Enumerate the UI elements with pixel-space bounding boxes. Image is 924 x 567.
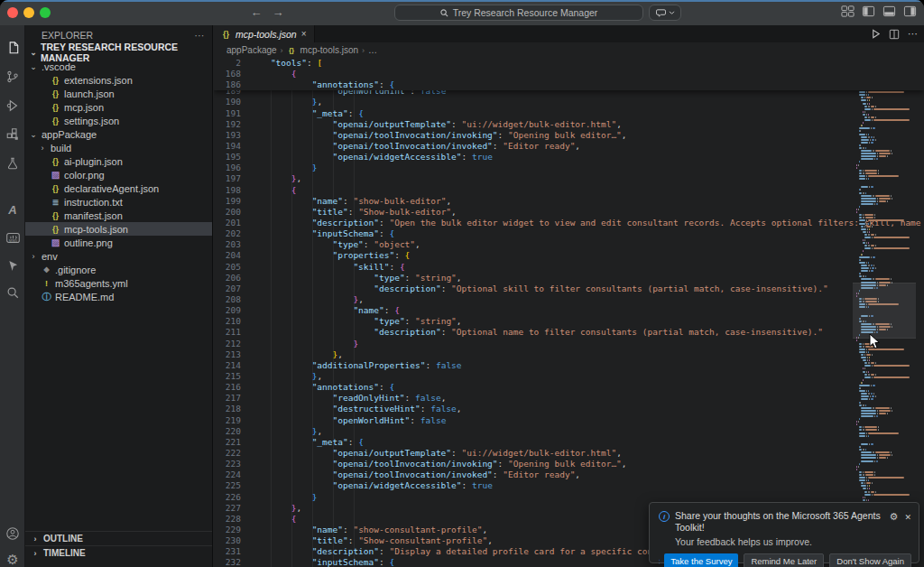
code-editor[interactable]: 189 "openWorldHint": false190 },191 "_me… — [214, 58, 924, 567]
code-line-211[interactable]: 211 "description": "Optional name to fil… — [214, 327, 924, 338]
tree-file-settings-json[interactable]: {}settings.json — [25, 114, 212, 127]
explorer-icon[interactable] — [0, 36, 25, 60]
outline-section-header[interactable]: › OUTLINE — [25, 531, 212, 545]
remind-later-button[interactable]: Remind Me Later — [744, 553, 824, 567]
tree-file-launch-json[interactable]: {}launch.json — [25, 87, 212, 100]
code-line-213[interactable]: 213 }, — [214, 349, 924, 360]
code-line-220[interactable]: 220 }, — [214, 426, 924, 437]
tree-file-m365agents-yml[interactable]: !m365agents.yml — [25, 276, 212, 290]
toggle-panel-icon[interactable] — [882, 5, 896, 18]
tree-file-ai-plugin-json[interactable]: {}ai-plugin.json — [25, 154, 212, 168]
code-line-212[interactable]: 212 } — [214, 339, 924, 349]
testing-icon[interactable] — [0, 152, 25, 175]
tree-file-color-png[interactable]: ▨color.png — [25, 168, 212, 181]
minimize-window-button[interactable] — [23, 7, 34, 18]
m365-agents-toolkit-icon[interactable]: M365 — [0, 226, 25, 249]
code-line-209[interactable]: 209 "name": { — [214, 305, 924, 316]
code-line-222[interactable]: 222 "openai/outputTemplate": "ui://widge… — [214, 448, 924, 459]
code-line-190[interactable]: 190 }, — [214, 97, 924, 107]
notification-close-icon[interactable]: ✕ — [904, 513, 911, 523]
teams-toolkit-icon[interactable] — [0, 254, 25, 277]
code-line-194[interactable]: 194 "openai/toolInvocation/invoked": "Ed… — [214, 141, 924, 152]
code-line-219[interactable]: 219 "openWorldHint": false — [214, 415, 924, 426]
run-file-icon[interactable] — [871, 29, 881, 39]
dont-show-again-button[interactable]: Don't Show Again — [829, 553, 911, 567]
run-debug-icon[interactable] — [0, 94, 25, 117]
code-line-200[interactable]: 200 "title": "Show-bulk-editor", — [214, 207, 924, 218]
code-line-225[interactable]: 225 "openai/widgetAccessible": true — [214, 480, 924, 491]
customize-layout-icon[interactable] — [841, 5, 855, 18]
workspace-root-folder[interactable]: ⌄ TREY RESEARCH RESOURCE MANAGER — [25, 45, 212, 60]
toggle-primary-sidebar-icon[interactable] — [862, 5, 875, 18]
code-line-207[interactable]: 207 "description": "Optional skill to fi… — [214, 284, 924, 294]
timeline-section-header[interactable]: › TIMELINE — [25, 545, 212, 560]
code-line-224[interactable]: 224 "openai/toolInvocation/invoked": "Ed… — [214, 469, 924, 480]
code-line-199[interactable]: 199 "name": "show-bulk-editor", — [214, 196, 924, 207]
code-line-218[interactable]: 218 "destructiveHint": false, — [214, 404, 924, 414]
split-editor-icon[interactable] — [889, 29, 900, 40]
settings-gear-icon[interactable]: ⚙ — [0, 548, 25, 567]
zoom-window-button[interactable] — [40, 7, 51, 18]
explorer-actions-icon[interactable]: ⋯ — [195, 30, 206, 41]
source-control-icon[interactable] — [0, 65, 25, 88]
azure-icon[interactable]: A — [0, 198, 25, 221]
code-line-198[interactable]: 198 { — [214, 185, 924, 196]
tree-folder-build[interactable]: ›build — [25, 141, 212, 154]
search-sidebar-icon[interactable] — [0, 281, 25, 304]
code-line-192[interactable]: 192 "openai/outputTemplate": "ui://widge… — [214, 119, 924, 130]
tree-folder-env[interactable]: ›env — [25, 249, 212, 263]
tree-file-instruction-txt[interactable]: ≣instruction.txt — [25, 195, 212, 209]
code-line-195[interactable]: 195 "openai/widgetAccessible": true — [214, 152, 924, 163]
code-line-193[interactable]: 193 "openai/toolInvocation/invoking": "O… — [214, 130, 924, 141]
toggle-secondary-sidebar-icon[interactable] — [903, 5, 917, 18]
close-window-button[interactable] — [7, 7, 18, 18]
notification-settings-gear-icon[interactable]: ⚙ — [890, 511, 899, 523]
minimap[interactable] — [853, 58, 916, 513]
tree-file--gitignore[interactable]: ◆.gitignore — [25, 263, 212, 276]
code-line-205[interactable]: 205 "skill": { — [214, 262, 924, 273]
code-line-202[interactable]: 202 "inputSchema": { — [214, 228, 924, 239]
accounts-icon[interactable] — [0, 522, 25, 545]
close-tab-icon[interactable]: × — [301, 29, 307, 39]
code-line-215[interactable]: 215 }, — [214, 371, 924, 382]
code-line-168[interactable]: 168 { — [214, 69, 924, 79]
code-line-201[interactable]: 201 "description": "Open the bulk editor… — [214, 218, 924, 228]
code-line-2[interactable]: 2 "tools": [ — [214, 58, 924, 69]
nav-forward-button[interactable]: → — [271, 5, 285, 19]
nav-back-button[interactable]: ← — [249, 5, 263, 19]
code-line-206[interactable]: 206 "type": "string", — [214, 273, 924, 284]
tree-folder-apppackage[interactable]: ⌄appPackage — [25, 127, 212, 141]
extensions-icon[interactable] — [0, 123, 25, 146]
code-line-204[interactable]: 204 "properties": { — [214, 250, 924, 261]
code-line-186[interactable]: 186 "annotations": { — [214, 79, 924, 90]
code-line-217[interactable]: 217 "readOnlyHint": false, — [214, 393, 924, 404]
tree-file-manifest-json[interactable]: {}manifest.json — [25, 209, 212, 222]
tree-file-extensions-json[interactable]: {}extensions.json — [25, 73, 212, 87]
take-survey-button[interactable]: Take the Survey — [664, 553, 738, 567]
code-line-197[interactable]: 197 }, — [214, 173, 924, 184]
tree-file-mcp-tools-json[interactable]: {}mcp-tools.json — [25, 222, 212, 236]
tree-file-declarativeagent-json[interactable]: {}declarativeAgent.json — [25, 181, 212, 195]
tree-file-outline-png[interactable]: ▨outline.png — [25, 236, 212, 249]
minimap-slider[interactable] — [853, 283, 916, 339]
copilot-menu-button[interactable] — [649, 5, 681, 21]
code-line-196[interactable]: 196 } — [214, 163, 924, 173]
more-actions-icon[interactable]: ⋯ — [908, 28, 919, 40]
breadcrumb-folder[interactable]: appPackage — [226, 45, 277, 55]
code-line-216[interactable]: 216 "annotations": { — [214, 382, 924, 393]
breadcrumb-symbol[interactable]: … — [368, 45, 377, 55]
tree-file-readme-md[interactable]: ⓘREADME.md — [25, 290, 212, 303]
code-line-203[interactable]: 203 "type": "object", — [214, 239, 924, 250]
code-line-210[interactable]: 210 "type": "string", — [214, 316, 924, 327]
code-line-191[interactable]: 191 "_meta": { — [214, 108, 924, 119]
code-line-208[interactable]: 208 }, — [214, 294, 924, 305]
tab-mcp-tools-json[interactable]: {} mcp-tools.json × — [214, 25, 315, 42]
code-line-223[interactable]: 223 "openai/toolInvocation/invoking": "O… — [214, 459, 924, 469]
code-line-214[interactable]: 214 "additionalProperties": false — [214, 360, 924, 371]
code-line-226[interactable]: 226 } — [214, 492, 924, 503]
command-center-search[interactable]: Trey Research Resource Manager — [394, 5, 643, 21]
breadcrumb-file[interactable]: mcp-tools.json — [300, 45, 358, 55]
code-line-221[interactable]: 221 "_meta": { — [214, 437, 924, 448]
tree-file-mcp-json[interactable]: {}mcp.json — [25, 100, 212, 114]
code-line-189[interactable]: 189 "openWorldHint": false — [214, 90, 924, 97]
